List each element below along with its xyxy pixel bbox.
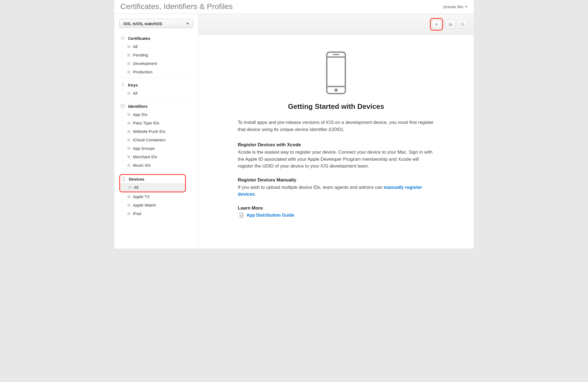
group-header-identifiers[interactable]: ID Identifiers — [114, 101, 198, 110]
section-title: Register Devices with Xcode — [238, 142, 434, 148]
sidebar-item-devices-all[interactable]: All — [120, 183, 185, 192]
chevron-down-icon: ▼ — [465, 5, 468, 8]
bullet-icon — [127, 45, 130, 48]
sidebar-item-certificates-development[interactable]: Development — [114, 59, 198, 68]
section-body: Xcode is the easiest way to register you… — [238, 149, 434, 170]
sidebar: iOS, tvOS, watchOS ▼ Certificates All Pe… — [114, 14, 198, 249]
document-icon — [239, 213, 244, 218]
bullet-icon — [127, 195, 130, 198]
item-label: iPad — [133, 211, 141, 216]
page-title: Certificates, Identifiers & Profiles — [120, 2, 233, 11]
item-label: Music IDs — [133, 163, 151, 168]
device-icon — [121, 177, 126, 181]
group-header-devices[interactable]: Devices — [120, 175, 185, 183]
bullet-icon — [127, 71, 130, 73]
group-header-certificates[interactable]: Certificates — [114, 33, 198, 42]
sidebar-item-merchant-ids[interactable]: Merchant IDs — [114, 153, 198, 161]
sidebar-group-devices: Devices All Apple TV Apple Watch iPad — [114, 171, 198, 219]
sidebar-item-app-groups[interactable]: App Groups — [114, 144, 198, 153]
app-distribution-guide-link[interactable]: App Distribution Guide — [247, 213, 294, 218]
sidebar-item-keys-all[interactable]: All — [114, 89, 198, 97]
group-title: Devices — [129, 177, 144, 181]
bullet-icon — [127, 212, 130, 215]
highlight-devices-all: Devices All — [119, 174, 186, 192]
bullet-icon — [127, 204, 130, 207]
add-button[interactable] — [432, 20, 441, 29]
group-header-keys[interactable]: Keys — [114, 80, 198, 89]
body-suffix: . — [255, 192, 256, 197]
content: Getting Started with Devices To install … — [198, 35, 474, 242]
user-menu[interactable]: zexuan Wu ▼ — [443, 4, 468, 9]
body-prefix: If you wish to upload multiple device ID… — [238, 185, 384, 190]
id-icon: ID — [120, 104, 125, 109]
item-label: App Groups — [133, 146, 155, 151]
platform-select[interactable]: iOS, tvOS, watchOS ▼ — [119, 19, 193, 28]
sidebar-item-website-push-ids[interactable]: Website Push IDs — [114, 127, 198, 136]
sidebar-item-music-ids[interactable]: Music IDs — [114, 161, 198, 169]
bullet-icon — [128, 186, 131, 189]
phone-illustration-icon — [325, 51, 347, 95]
bullet-icon — [127, 54, 130, 56]
edit-list-button[interactable] — [446, 20, 455, 29]
highlight-add-button — [430, 18, 443, 31]
item-label: All — [133, 44, 138, 49]
plus-icon — [434, 22, 439, 26]
sidebar-item-certificates-all[interactable]: All — [114, 42, 198, 51]
section-title: Register Devices Manually — [238, 177, 434, 183]
toolbar — [198, 14, 474, 35]
chevron-down-icon: ▼ — [186, 22, 189, 25]
user-name: zexuan Wu — [443, 4, 463, 9]
bullet-icon — [127, 113, 130, 116]
sidebar-group-keys: Keys All — [114, 78, 198, 99]
svg-point-17 — [334, 88, 338, 92]
item-label: iCloud Containers — [133, 138, 165, 142]
edit-list-icon — [448, 22, 453, 26]
item-label: Production — [133, 70, 153, 74]
group-title: Keys — [128, 83, 138, 87]
svg-point-11 — [461, 23, 463, 25]
item-label: Website Push IDs — [133, 129, 165, 134]
sidebar-item-certificates-pending[interactable]: Pending — [114, 51, 198, 59]
key-icon — [120, 82, 125, 87]
sidebar-item-app-ids[interactable]: App IDs — [114, 110, 198, 119]
sidebar-item-devices-ipad[interactable]: iPad — [114, 209, 198, 218]
search-icon — [460, 22, 465, 26]
group-title: Certificates — [128, 36, 150, 41]
svg-rect-13 — [327, 52, 345, 94]
page-header: Certificates, Identifiers & Profiles zex… — [114, 0, 474, 14]
sidebar-item-devices-applewatch[interactable]: Apple Watch — [114, 201, 198, 209]
bullet-icon — [127, 62, 130, 65]
sidebar-item-pass-type-ids[interactable]: Pass Type IDs — [114, 119, 198, 127]
section-title: Learn More — [238, 205, 434, 211]
item-label: All — [133, 91, 138, 96]
svg-text:ID: ID — [122, 105, 123, 107]
main-area: Getting Started with Devices To install … — [198, 14, 474, 249]
svg-point-0 — [122, 37, 124, 39]
sidebar-item-devices-appletv[interactable]: Apple TV — [114, 192, 198, 201]
svg-point-1 — [122, 83, 124, 85]
sidebar-group-identifiers: ID Identifiers App IDs Pass Type IDs Web… — [114, 99, 198, 171]
section-register-xcode: Register Devices with Xcode Xcode is the… — [238, 142, 434, 170]
bullet-icon — [127, 139, 130, 141]
item-label: Apple Watch — [133, 203, 156, 207]
certificate-icon — [120, 36, 125, 41]
search-button[interactable] — [458, 20, 467, 29]
item-label: App IDs — [133, 112, 147, 117]
item-label: Development — [133, 61, 157, 66]
platform-label: iOS, tvOS, watchOS — [123, 21, 162, 26]
sidebar-item-icloud-containers[interactable]: iCloud Containers — [114, 136, 198, 144]
bullet-icon — [127, 92, 130, 95]
item-label: All — [134, 185, 138, 190]
bullet-icon — [127, 130, 130, 133]
svg-line-12 — [463, 25, 464, 26]
sidebar-item-certificates-production[interactable]: Production — [114, 68, 198, 76]
content-heading: Getting Started with Devices — [215, 102, 457, 111]
section-body: If you wish to upload multiple device ID… — [238, 184, 434, 198]
bullet-icon — [127, 122, 130, 124]
section-learn-more: Learn More App Distribution Guide — [238, 205, 434, 218]
section-register-manually: Register Devices Manually If you wish to… — [238, 177, 434, 198]
item-label: Pending — [133, 53, 148, 57]
item-label: Merchant IDs — [133, 154, 157, 159]
sidebar-group-certificates: Certificates All Pending Development Pro… — [114, 31, 198, 78]
intro-text: To install apps and pre-release versions… — [238, 119, 434, 133]
